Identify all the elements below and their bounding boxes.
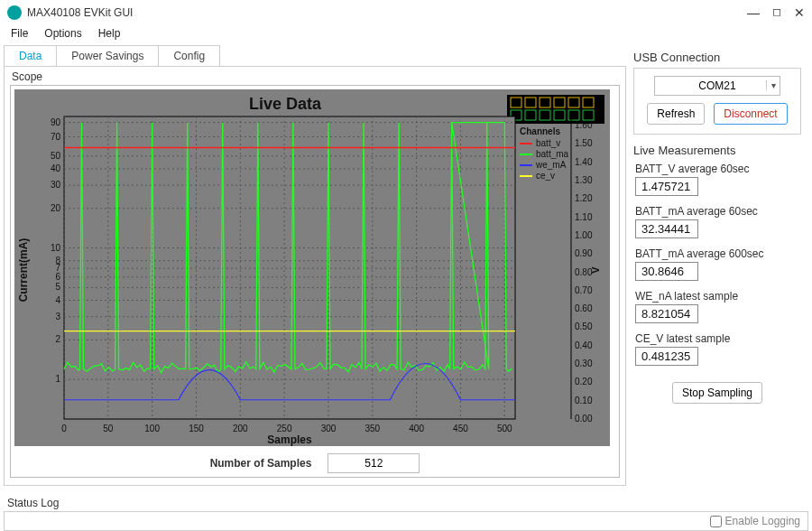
- window-title: MAX40108 EVKit GUI: [27, 6, 133, 19]
- ce-v-latest-label: CE_V latest sample: [635, 332, 801, 345]
- svg-text:4: 4: [55, 295, 60, 305]
- svg-text:90: 90: [51, 117, 61, 127]
- we-na-latest-value: 8.821054: [635, 304, 698, 323]
- enable-logging-checkbox[interactable]: Enable Logging: [710, 515, 800, 527]
- svg-text:0.40: 0.40: [575, 340, 593, 350]
- usb-connection-label: USB Connection: [633, 51, 801, 64]
- status-log-box: Enable Logging: [4, 511, 808, 531]
- menubar: File Options Help: [0, 25, 812, 45]
- svg-text:8: 8: [55, 256, 60, 266]
- scope-container: Live Data: [10, 85, 620, 478]
- svg-text:50: 50: [103, 424, 114, 433]
- svg-text:400: 400: [409, 424, 424, 433]
- refresh-button[interactable]: Refresh: [647, 103, 705, 125]
- svg-text:500: 500: [497, 424, 512, 433]
- com-port-dropdown[interactable]: COM21 ▾: [654, 76, 780, 96]
- chevron-down-icon: ▾: [766, 80, 776, 90]
- tab-strip: Data Power Savings Config: [4, 45, 626, 67]
- num-samples-value: 512: [364, 457, 383, 470]
- num-samples-dropdown[interactable]: 512: [328, 453, 420, 473]
- svg-text:3: 3: [55, 312, 60, 321]
- svg-text:250: 250: [277, 424, 292, 433]
- svg-text:300: 300: [321, 424, 337, 433]
- svg-text:1.40: 1.40: [575, 157, 593, 167]
- data-panel: Scope Live Data: [4, 67, 626, 486]
- minimize-button[interactable]: —: [747, 5, 760, 20]
- svg-text:0.50: 0.50: [575, 321, 593, 331]
- batt-v-avg60-label: BATT_V average 60sec: [635, 163, 801, 175]
- enable-logging-label: Enable Logging: [725, 515, 800, 527]
- svg-text:20: 20: [51, 203, 61, 213]
- svg-text:0.90: 0.90: [575, 248, 593, 258]
- svg-text:1.20: 1.20: [575, 193, 593, 203]
- disconnect-button[interactable]: Disconnect: [714, 103, 787, 125]
- svg-text:0.30: 0.30: [575, 359, 593, 368]
- svg-text:0.00: 0.00: [575, 414, 593, 424]
- app-icon: [7, 5, 22, 20]
- batt-ma-avg60-value: 32.34441: [635, 219, 698, 238]
- svg-text:1.30: 1.30: [575, 175, 593, 185]
- svg-text:0.70: 0.70: [575, 285, 593, 295]
- enable-logging-input[interactable]: [710, 516, 722, 527]
- tab-config[interactable]: Config: [158, 45, 220, 66]
- svg-rect-15: [64, 116, 515, 419]
- menu-help[interactable]: Help: [98, 27, 121, 40]
- svg-text:V: V: [590, 266, 601, 274]
- svg-text:1.60: 1.60: [575, 120, 593, 130]
- svg-text:2: 2: [55, 334, 60, 344]
- svg-text:10: 10: [51, 243, 61, 253]
- svg-text:350: 350: [364, 424, 380, 433]
- svg-text:0.10: 0.10: [575, 396, 593, 405]
- svg-text:70: 70: [51, 132, 61, 142]
- titlebar: MAX40108 EVKit GUI — ◻ ✕: [0, 0, 812, 25]
- svg-text:we_mA: we_mA: [535, 160, 567, 170]
- tab-power-savings[interactable]: Power Savings: [56, 45, 159, 66]
- scope-label: Scope: [12, 70, 620, 83]
- maximize-button[interactable]: ◻: [772, 5, 781, 20]
- svg-text:1: 1: [55, 374, 60, 384]
- batt-v-avg60-value: 1.475721: [635, 177, 698, 196]
- svg-text:0.20: 0.20: [575, 377, 593, 387]
- svg-text:Current(mA): Current(mA): [17, 238, 30, 303]
- svg-text:1.00: 1.00: [575, 230, 593, 240]
- svg-text:100: 100: [144, 424, 160, 433]
- we-na-latest-label: WE_nA latest sample: [635, 290, 801, 303]
- live-data-chart[interactable]: Live Data: [14, 89, 610, 446]
- svg-text:Channels: Channels: [520, 126, 560, 136]
- svg-text:450: 450: [453, 424, 468, 433]
- svg-text:30: 30: [51, 180, 61, 190]
- com-port-value: COM21: [698, 79, 735, 92]
- usb-connection-group: COM21 ▾ Refresh Disconnect: [633, 68, 801, 135]
- stop-sampling-button[interactable]: Stop Sampling: [672, 382, 762, 404]
- batt-ma-avg60-label: BATT_mA average 60sec: [635, 205, 801, 218]
- svg-text:batt_v: batt_v: [536, 138, 560, 148]
- ce-v-latest-value: 0.481235: [635, 347, 698, 366]
- svg-text:6: 6: [55, 272, 60, 282]
- svg-text:1.10: 1.10: [575, 212, 593, 222]
- svg-text:40: 40: [51, 163, 61, 173]
- svg-text:Samples: Samples: [267, 433, 312, 446]
- num-samples-label: Number of Samples: [210, 457, 312, 470]
- svg-text:1.50: 1.50: [575, 138, 593, 148]
- svg-text:150: 150: [189, 424, 204, 433]
- svg-text:0: 0: [61, 424, 67, 433]
- svg-text:5: 5: [55, 282, 60, 292]
- live-measurements-label: Live Measurements: [633, 144, 801, 157]
- svg-text:Live Data: Live Data: [249, 95, 322, 113]
- svg-text:0.60: 0.60: [575, 303, 593, 313]
- svg-text:50: 50: [51, 151, 61, 161]
- menu-file[interactable]: File: [11, 27, 28, 40]
- status-log-label: Status Log: [7, 497, 808, 509]
- svg-text:200: 200: [233, 424, 248, 433]
- tab-data[interactable]: Data: [4, 45, 57, 66]
- batt-ma-avg600-label: BATT_mA average 600sec: [635, 247, 801, 260]
- batt-ma-avg600-value: 30.8646: [635, 262, 698, 281]
- svg-text:batt_ma: batt_ma: [536, 149, 569, 159]
- close-button[interactable]: ✕: [794, 5, 805, 20]
- menu-options[interactable]: Options: [44, 27, 81, 40]
- svg-text:ce_v: ce_v: [536, 171, 555, 181]
